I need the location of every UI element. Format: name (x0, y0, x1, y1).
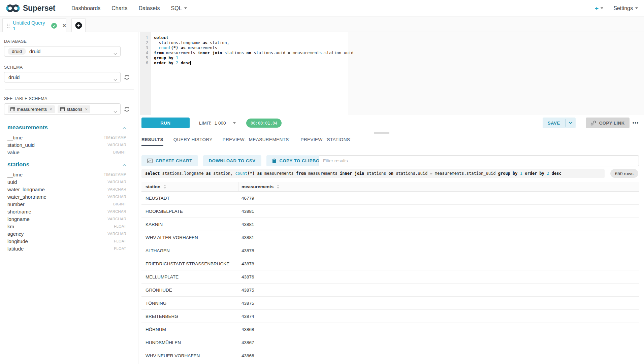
action-label: CREATE CHART (156, 158, 192, 163)
remove-table-icon[interactable]: × (85, 107, 88, 112)
sql-token: measurements (306, 171, 340, 176)
copy-link-button[interactable]: COPY LINK (586, 118, 630, 128)
table-row[interactable]: WHV ALTER VORHAFEN43881 (141, 231, 639, 244)
table-chip-stations[interactable]: stations× (58, 105, 90, 113)
column-header-label: station (146, 184, 160, 189)
nav-sql[interactable]: SQL (171, 5, 187, 11)
cell-measurements: 43875 (238, 301, 639, 306)
collapse-icon[interactable] (123, 162, 126, 168)
refresh-schema-icon[interactable] (124, 74, 130, 80)
sql-token: measurements (186, 45, 217, 50)
table-select[interactable]: measurements×stations× (4, 103, 121, 115)
collapse-icon[interactable] (123, 125, 126, 131)
table-section-header[interactable]: measurements (4, 124, 126, 131)
remove-table-icon[interactable]: × (50, 107, 52, 112)
table-row[interactable]: GRÖNHUDE43875 (141, 284, 639, 297)
cell-measurements: 46779 (238, 196, 639, 201)
add-tab-icon (75, 22, 82, 29)
table-section-header[interactable]: stations (4, 161, 126, 168)
sql-token: as (181, 45, 186, 50)
sql-token (178, 45, 181, 50)
line-number: 6 (140, 61, 151, 66)
limit-label: LIMIT: (199, 121, 212, 126)
column-row: station_uuidVARCHAR (4, 141, 126, 148)
query-tab-title[interactable]: Untitled Query 1 (13, 20, 49, 31)
create-chart-button[interactable]: CREATE CHART (141, 155, 198, 166)
table-row[interactable]: WHV NEUER VORHAFEN43866 (141, 349, 639, 362)
tab-query-history[interactable]: QUERY HISTORY (173, 137, 213, 146)
column-header-station[interactable]: station (141, 182, 238, 191)
database-label: DATABASE (4, 39, 138, 44)
more-options-button[interactable]: ••• (633, 120, 639, 126)
code-line: group by 1 (154, 56, 353, 61)
limit-dropdown[interactable]: LIMIT: 1 000 (199, 115, 236, 131)
cell-station: WHV ALTER VORHAFEN (141, 235, 238, 240)
line-number: 5 (140, 56, 151, 61)
table-row[interactable]: HOOKSIELPLATE43881 (141, 205, 639, 218)
table-row[interactable]: HÖRNUM43868 (141, 323, 639, 336)
filter-results-input[interactable] (319, 155, 639, 166)
sql-token: desc (552, 171, 561, 176)
schema-value: druid (8, 74, 20, 80)
database-tag: druid (8, 48, 26, 55)
nav-dashboards[interactable]: Dashboards (71, 5, 100, 11)
sql-token: 1 (176, 56, 178, 60)
tab-preview-stations-[interactable]: PREVIEW: `STATIONS` (301, 137, 352, 146)
plus-icon: + (595, 5, 599, 11)
table-chip-measurements[interactable]: measurements× (8, 105, 55, 113)
query-tab[interactable]: Untitled Query 1 × (2, 19, 66, 32)
table-row[interactable]: TÖNNING43875 (141, 297, 639, 310)
add-tab-button[interactable] (71, 19, 86, 32)
chevron-down-icon (114, 76, 117, 82)
sort-icon[interactable] (277, 185, 280, 189)
table-row[interactable]: HUNDSMÜHLEN43867 (141, 336, 639, 349)
editor-code[interactable]: select stations.longname as station, cou… (154, 35, 353, 66)
sql-editor[interactable]: 123456 select stations.longname as stati… (138, 32, 644, 115)
run-button[interactable]: RUN (141, 118, 190, 128)
download-to-csv-button[interactable]: DOWNLOAD TO CSV (203, 155, 261, 166)
tab-results[interactable]: RESULTS (141, 137, 163, 146)
new-item-menu[interactable]: + (595, 5, 603, 11)
column-type: VARCHAR (107, 143, 126, 147)
column-name: km (7, 224, 14, 229)
database-select[interactable]: druid druid (4, 46, 121, 57)
sql-token: as (203, 40, 207, 45)
superset-logo[interactable]: Superset (6, 4, 55, 13)
table-row[interactable]: MELLUMPLATE43876 (141, 270, 639, 284)
editor-toolbar: RUN LIMIT: 1 000 00:00:01.04 SAVE (138, 115, 644, 131)
column-row: water_longnameVARCHAR (4, 186, 126, 193)
column-name: number (7, 201, 25, 207)
column-type: VARCHAR (107, 187, 126, 191)
table-row[interactable]: ALTHAGEN43878 (141, 244, 639, 257)
column-name: __time (7, 172, 23, 177)
cell-station: KARNIN (141, 222, 238, 227)
pane-resize-handle[interactable] (138, 131, 644, 134)
table-row[interactable]: KARNIN43881 (141, 218, 639, 231)
cell-measurements: 43881 (238, 209, 639, 214)
save-button[interactable]: SAVE (543, 118, 565, 128)
column-name: __time (7, 135, 23, 140)
nav-datasets[interactable]: Datasets (138, 5, 160, 11)
column-type: FLOAT (114, 246, 126, 251)
cell-station: HÖRNUM (141, 327, 238, 332)
table-row[interactable]: FRIEDRICHSTADT STRASSENBRÜCKE43878 (141, 257, 639, 270)
column-row: latitudeFLOAT (4, 245, 126, 252)
column-type: VARCHAR (107, 195, 126, 199)
schema-select[interactable]: druid (4, 72, 121, 82)
column-header-measurements[interactable]: measurements (238, 182, 639, 191)
cell-measurements: 43875 (238, 288, 639, 293)
settings-label: Settings (613, 5, 633, 11)
table-row[interactable]: BREITENBERG43874 (141, 310, 639, 323)
table-row[interactable]: NEUSTADT46779 (141, 192, 639, 205)
column-name: water_longname (7, 187, 45, 192)
save-menu-button[interactable] (566, 118, 576, 128)
column-name: agency (7, 231, 24, 237)
column-name: longname (7, 216, 30, 222)
settings-menu[interactable]: Settings (613, 5, 638, 11)
close-tab-icon[interactable]: × (62, 23, 66, 29)
drag-handle-icon[interactable] (7, 23, 10, 28)
nav-charts[interactable]: Charts (111, 5, 127, 11)
tab-preview-measurements-[interactable]: PREVIEW: `MEASUREMENTS` (223, 137, 291, 146)
refresh-tables-icon[interactable] (124, 106, 130, 112)
sort-icon[interactable] (163, 185, 166, 189)
